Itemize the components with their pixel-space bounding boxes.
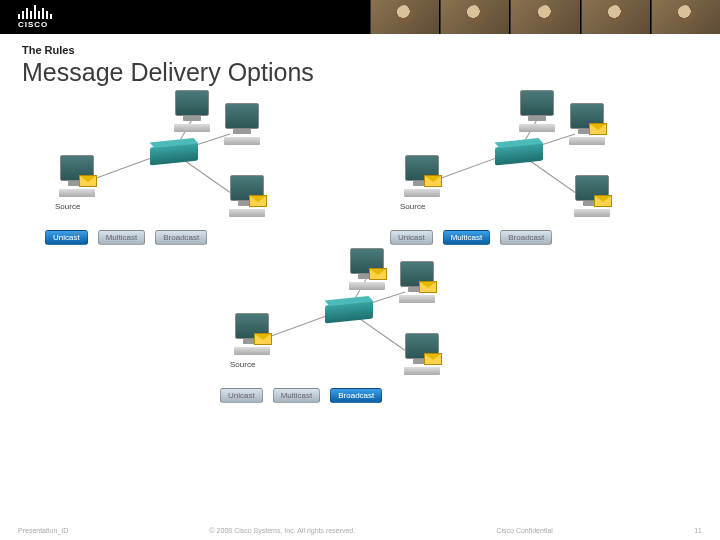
source-label: Source: [400, 202, 425, 211]
header-photo: [440, 0, 509, 34]
computer-target: [565, 103, 609, 145]
source-label: Source: [230, 360, 255, 369]
source-label: Source: [55, 202, 80, 211]
footer-page: 11: [694, 527, 702, 534]
header-photo: [651, 0, 720, 34]
cisco-logo: CISCO: [0, 0, 170, 34]
switch-icon: [325, 300, 373, 323]
footer-right: Cisco Confidential: [496, 527, 552, 534]
envelope-icon: [424, 175, 442, 187]
header-photo: [581, 0, 650, 34]
diagrams-area: Source Unicast Multicast Broadcast Sourc…: [0, 100, 720, 500]
switch-icon: [150, 142, 198, 165]
header-photo-strip: [170, 0, 720, 34]
pill-row: Unicast Multicast Broadcast: [45, 230, 207, 245]
pill-broadcast[interactable]: Broadcast: [155, 230, 207, 245]
envelope-icon: [419, 281, 437, 293]
computer-target: [225, 175, 269, 217]
pill-unicast[interactable]: Unicast: [390, 230, 433, 245]
computer-target: [400, 333, 444, 375]
header-band: CISCO: [0, 0, 720, 34]
envelope-icon: [594, 195, 612, 207]
footer: Presentation_ID © 2008 Cisco Systems, In…: [0, 527, 720, 534]
switch-icon: [495, 142, 543, 165]
pill-multicast[interactable]: Multicast: [443, 230, 491, 245]
footer-center: © 2008 Cisco Systems, Inc. All rights re…: [210, 527, 356, 534]
computer-source: [400, 155, 444, 197]
computer-target: [345, 248, 389, 290]
computer-source: [55, 155, 99, 197]
pill-multicast[interactable]: Multicast: [98, 230, 146, 245]
header-photo: [510, 0, 579, 34]
footer-left: Presentation_ID: [18, 527, 68, 534]
slide-title: Message Delivery Options: [22, 58, 698, 87]
computer-source: [230, 313, 274, 355]
cisco-bars-icon: [18, 5, 170, 19]
logo-text: CISCO: [18, 20, 170, 29]
computer-target: [170, 90, 214, 132]
computer-target: [220, 103, 264, 145]
pill-unicast[interactable]: Unicast: [45, 230, 88, 245]
computer-target: [515, 90, 559, 132]
envelope-icon: [369, 268, 387, 280]
envelope-icon: [424, 353, 442, 365]
pill-unicast[interactable]: Unicast: [220, 388, 263, 403]
slide-pretitle: The Rules: [22, 44, 698, 56]
pill-row: Unicast Multicast Broadcast: [220, 388, 382, 403]
pill-row: Unicast Multicast Broadcast: [390, 230, 552, 245]
envelope-icon: [254, 333, 272, 345]
envelope-icon: [79, 175, 97, 187]
pill-broadcast[interactable]: Broadcast: [500, 230, 552, 245]
pill-broadcast[interactable]: Broadcast: [330, 388, 382, 403]
envelope-icon: [249, 195, 267, 207]
computer-target: [395, 261, 439, 303]
computer-target: [570, 175, 614, 217]
content-area: The Rules Message Delivery Options: [22, 44, 698, 87]
pill-multicast[interactable]: Multicast: [273, 388, 321, 403]
header-photo: [370, 0, 439, 34]
envelope-icon: [589, 123, 607, 135]
